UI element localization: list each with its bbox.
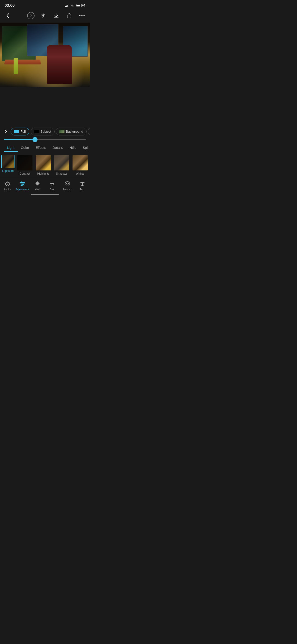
mask-tab-subject-label: Subject (40, 130, 51, 133)
svg-point-6 (7, 182, 10, 185)
preset-thumb-whites (72, 155, 88, 171)
tab-split-tone[interactable]: Split To (80, 144, 90, 152)
text-icon (79, 180, 86, 187)
preset-label-contrast: Contrast (20, 172, 30, 175)
home-bar (31, 194, 59, 195)
add-mask-button[interactable]: + (88, 128, 90, 136)
preset-strip: Exposure Contrast Highlights Shadows (0, 152, 90, 177)
toolbar-retouch-label: Retouch (62, 188, 72, 191)
toolbar-looks[interactable]: Looks (0, 180, 15, 191)
tab-light[interactable]: Light (4, 144, 18, 152)
more-button[interactable] (78, 12, 86, 20)
preset-contrast[interactable]: Contrast (16, 155, 34, 175)
preset-whites[interactable]: Whites (71, 155, 89, 175)
toolbar-crop[interactable]: Crop (45, 180, 60, 191)
adjustments-icon (19, 180, 26, 187)
preset-exposure[interactable]: Exposure (0, 155, 16, 175)
preset-highlights[interactable]: Highlights (34, 155, 52, 175)
toolbar-crop-label: Crop (50, 188, 55, 191)
background-thumb (60, 130, 64, 133)
nav-actions: ? (27, 12, 86, 20)
preset-label-shadows: Shadows (56, 172, 67, 175)
tab-hsl[interactable]: HSL (66, 144, 80, 152)
toolbar-items: Looks Adjustments (0, 179, 90, 192)
signal-icon (65, 4, 69, 7)
heal-icon (34, 180, 41, 187)
svg-point-1 (80, 15, 80, 16)
preset-thumb-contrast (17, 155, 33, 171)
ai-enhance-button[interactable] (39, 12, 48, 20)
tab-details[interactable]: Details (49, 144, 66, 152)
preset-shadows[interactable]: Shadows (52, 155, 71, 175)
tab-effects[interactable]: Effects (32, 144, 49, 152)
mask-section: Full Subject Background + Light (0, 124, 90, 177)
adjustment-category-tabs: Light Color Effects Details HSL Split To (0, 140, 90, 152)
preset-label-highlights: Highlights (37, 172, 50, 175)
preset-label-whites: Whites (76, 172, 84, 175)
toolbar-adjustments-label: Adjustments (16, 188, 30, 191)
slider-thumb[interactable] (32, 137, 38, 142)
status-time: 03:00 (4, 3, 14, 8)
toolbar-retouch[interactable]: Retouch (60, 180, 75, 191)
adjustment-slider[interactable] (0, 136, 90, 140)
svg-point-14 (65, 182, 70, 186)
slider-track[interactable] (4, 139, 86, 140)
preset-thumb-exposure (1, 155, 14, 168)
back-button[interactable] (4, 12, 12, 20)
full-thumb (14, 130, 19, 133)
svg-point-15 (66, 183, 66, 184)
help-button[interactable]: ? (27, 12, 34, 19)
mask-tab-full[interactable]: Full (10, 128, 29, 136)
bottom-toolbar: Looks Adjustments (0, 177, 90, 200)
toolbar-looks-label: Looks (4, 188, 11, 191)
mask-tabs: Full Subject Background + (0, 128, 90, 136)
subject-thumb (34, 130, 39, 133)
mask-tab-subject[interactable]: Subject (30, 128, 55, 136)
top-nav: ? (0, 10, 90, 22)
preset-thumb-highlights (35, 155, 51, 171)
tab-color[interactable]: Color (18, 144, 32, 152)
wifi-icon (71, 4, 74, 7)
crop-icon (49, 180, 56, 187)
mask-arrow-button[interactable] (3, 128, 9, 135)
preset-label-exposure: Exposure (2, 169, 14, 172)
photo-area[interactable] (0, 22, 90, 87)
desk-photo (0, 22, 90, 87)
battery-level: 69 (82, 4, 85, 7)
svg-point-2 (82, 15, 83, 16)
svg-point-3 (84, 15, 85, 16)
battery-icon: 69 (76, 4, 85, 7)
svg-point-16 (68, 183, 68, 184)
toolbar-heal[interactable]: Heal (30, 180, 45, 191)
mask-tab-background[interactable]: Background (56, 128, 86, 136)
toolbar-heal-label: Heal (35, 188, 40, 191)
home-indicator (0, 192, 90, 196)
share-button[interactable] (65, 12, 73, 20)
looks-icon (4, 180, 11, 187)
mask-tab-background-label: Background (66, 130, 83, 133)
toolbar-text-label: Te… (80, 188, 85, 191)
toolbar-adjustments[interactable]: Adjustments (15, 180, 30, 191)
status-icons: 69 (65, 4, 85, 7)
retouch-icon (64, 180, 71, 187)
status-bar: 03:00 69 (0, 0, 90, 10)
download-button[interactable] (52, 12, 60, 20)
preset-blacks[interactable]: Bla… (89, 155, 90, 175)
photo-spacer (0, 87, 90, 124)
toolbar-text[interactable]: Te… (75, 180, 90, 191)
preset-thumb-shadows (54, 155, 70, 171)
mask-tab-full-label: Full (20, 130, 26, 133)
